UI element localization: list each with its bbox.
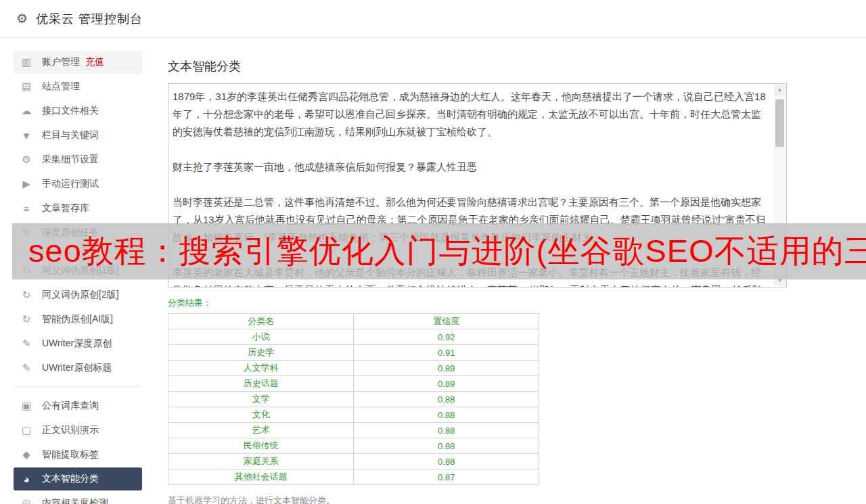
sidebar-item-public-lexicon-query[interactable]: ▣ 公有词库查询 — [14, 394, 142, 418]
confidence-cell: 0.88 — [354, 423, 539, 438]
sidebar-item-account-management[interactable]: ▥ 账户管理 充值 — [14, 51, 142, 74]
category-cell: 其他社会话题 — [168, 469, 354, 485]
classification-table: 分类名 置信度 小说 0.92 历史学 0.91 人文学科 0.89 历史话题 … — [168, 313, 539, 485]
table-row: 历史话题 0.89 — [168, 376, 539, 392]
sidebar-item-uwriter-original-title[interactable]: ✎ UWriter原创标题 — [14, 356, 142, 380]
tag-icon: ◆ — [20, 449, 32, 461]
page-title: 文本智能分类 — [168, 58, 787, 74]
top-bar: ⚙ 优采云 管理控制台 — [0, 0, 866, 38]
table-row: 历史学 0.91 — [168, 345, 539, 361]
sidebar-item-label: 正文识别演示 — [42, 424, 99, 436]
table-row: 民俗传统 0.88 — [168, 438, 539, 454]
confidence-cell: 0.87 — [354, 469, 539, 485]
refresh-icon: ↻ — [20, 289, 32, 301]
cloud-upload-icon: ☁ — [20, 105, 32, 117]
sidebar-divider — [14, 386, 141, 387]
sidebar-item-label: 智能伪原创[AI版] — [42, 313, 113, 325]
sidebar-item-label: UWriter原创标题 — [42, 362, 112, 374]
monitor-icon: ▢ — [20, 424, 32, 436]
result-label: 分类结果： — [168, 297, 787, 309]
table-row: 文学 0.88 — [168, 392, 539, 407]
sidebar-item-ai-rewrite[interactable]: ↻ 智能伪原创[AI版] — [14, 307, 142, 331]
column-header-category: 分类名 — [168, 314, 354, 329]
sidebar-item-uwriter-deep-original[interactable]: ✎ UWriter深度原创 — [14, 331, 142, 356]
column-header-confidence: 置信度 — [354, 314, 539, 329]
sidebar-item-columns-keywords[interactable]: ▼ 栏目与关键词 — [14, 123, 142, 147]
sidebar-item-label: 文章暂存库 — [42, 202, 89, 214]
confidence-cell: 0.89 — [354, 376, 539, 392]
confidence-cell: 0.91 — [354, 345, 539, 361]
sidebar-item-label: 同义词伪原创[2版] — [42, 289, 119, 301]
sidebar-item-article-staging[interactable]: ≡ 文章暂存库 — [14, 196, 142, 221]
relevance-icon: ◎ — [20, 497, 32, 504]
table-row: 艺术 0.88 — [168, 423, 539, 438]
server-list-icon: ▤ — [20, 81, 32, 93]
sidebar-item-site-management[interactable]: ▤ 站点管理 — [14, 74, 142, 99]
sidebar-item-label: 栏目与关键词 — [42, 129, 99, 141]
sidebar-item-label: 内容相关度检测 — [42, 497, 108, 504]
confidence-cell: 0.88 — [354, 438, 539, 454]
sidebar-item-label: UWriter深度原创 — [42, 338, 112, 350]
category-cell: 历史学 — [168, 345, 354, 361]
watermark-text: seo教程：搜索引擎优化入门与进阶(坐谷歌SEO不适用的三个基 — [12, 223, 866, 279]
sidebar-item-label: 采集细节设置 — [42, 154, 99, 166]
confidence-cell: 0.92 — [354, 329, 539, 345]
sidebar-item-text-classification[interactable]: ◕ 文本智能分类 — [14, 467, 142, 490]
footer-note: 基于机器学习的方法，进行文本智能分类。 — [168, 495, 787, 504]
gear-icon[interactable]: ⚙ — [16, 11, 28, 26]
sidebar-item-label: 手动运行测试 — [42, 178, 99, 190]
sidebar-item-label: 接口文件相关 — [42, 105, 99, 117]
sidebar-item-content-recognition-demo[interactable]: ▢ 正文识别演示 — [14, 418, 142, 442]
filter-icon: ▼ — [20, 130, 32, 141]
table-header-row: 分类名 置信度 — [168, 314, 539, 329]
watermark-banner: seo教程：搜索引擎优化入门与进阶(坐谷歌SEO不适用的三个基 — [12, 223, 866, 279]
table-row: 小说 0.92 — [168, 329, 539, 345]
refresh-icon: ↻ — [20, 313, 32, 325]
bar-chart-icon: ▥ — [20, 56, 32, 68]
table-row: 人文学科 0.89 — [168, 361, 539, 376]
category-cell: 文化 — [168, 407, 354, 423]
sidebar-item-synonym-rewrite-v2[interactable]: ↻ 同义词伪原创[2版] — [14, 283, 142, 307]
category-cell: 人文学科 — [168, 361, 354, 376]
gears-icon: ⚙ — [20, 154, 32, 166]
category-cell: 文学 — [168, 392, 354, 407]
category-cell: 民俗传统 — [168, 438, 354, 454]
confidence-cell: 0.88 — [354, 392, 539, 407]
sidebar-item-label: 公有词库查询 — [42, 400, 99, 412]
sidebar-item-interface-files[interactable]: ☁ 接口文件相关 — [14, 99, 142, 123]
edit-icon: ✎ — [20, 362, 32, 374]
app-title: 优采云 管理控制台 — [36, 11, 143, 27]
pie-chart-icon: ◕ — [20, 474, 32, 485]
scroll-up-icon[interactable]: ▲ — [774, 85, 785, 95]
scrollbar-thumb[interactable] — [775, 99, 784, 147]
paragraph: 1879年，31岁的李莲英出任储秀宫四品花翎总管，成为慈禧身边的大红人。这年春天… — [173, 88, 767, 141]
category-cell: 历史话题 — [168, 376, 354, 392]
table-row: 家庭关系 0.88 — [168, 454, 539, 469]
category-cell: 艺术 — [168, 423, 354, 438]
table-row: 其他社会话题 0.87 — [168, 469, 539, 485]
sidebar-item-label: 文本智能分类 — [42, 473, 99, 485]
sidebar-item-manual-run-test[interactable]: ▶ 手动运行测试 — [14, 172, 142, 196]
category-cell: 家庭关系 — [168, 454, 354, 469]
category-cell: 小说 — [168, 329, 354, 345]
sidebar-item-label: 站点管理 — [42, 81, 80, 93]
sidebar-item-label: 账户管理 — [42, 56, 80, 68]
database-icon: ≡ — [20, 203, 32, 214]
book-icon: ▣ — [20, 400, 32, 412]
confidence-cell: 0.88 — [354, 454, 539, 469]
sidebar-item-smart-tag-extraction[interactable]: ◆ 智能提取标签 — [14, 442, 142, 467]
sidebar-item-content-relevance-check[interactable]: ◎ 内容相关度检测 — [14, 491, 142, 504]
sidebar-item-label: 智能提取标签 — [42, 449, 99, 461]
play-circle-icon: ▶ — [20, 178, 32, 190]
recharge-link[interactable]: 充值 — [85, 56, 104, 68]
paragraph: 财主抢了李莲英家一亩地，他成慈禧亲信后如何报复？暴露人性丑恶 — [173, 158, 767, 176]
confidence-cell: 0.89 — [354, 361, 539, 376]
sidebar-item-collection-settings[interactable]: ⚙ 采集细节设置 — [14, 147, 142, 172]
confidence-cell: 0.88 — [354, 407, 539, 423]
table-row: 文化 0.88 — [168, 407, 539, 423]
edit-icon: ✎ — [20, 338, 32, 350]
